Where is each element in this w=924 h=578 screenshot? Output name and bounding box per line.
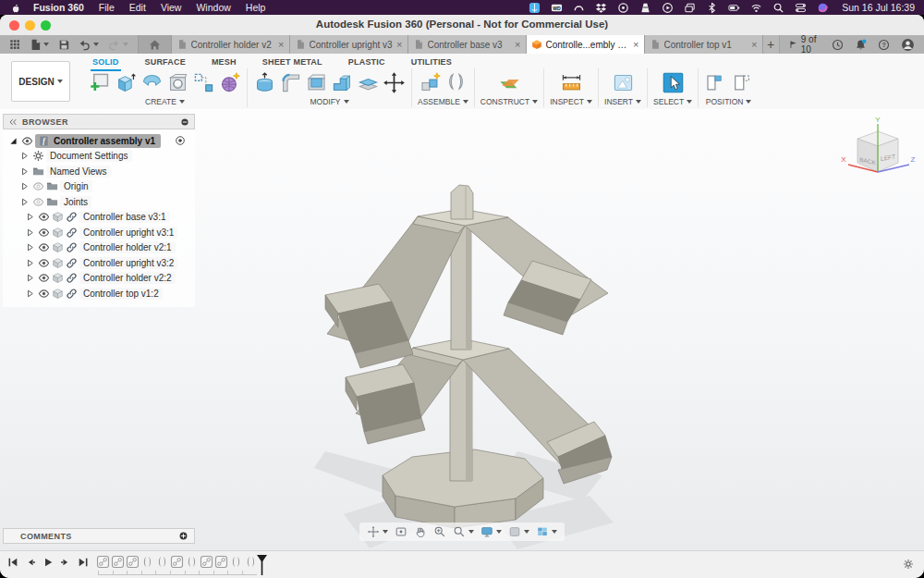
menu-edit[interactable]: Edit [129,2,146,13]
app-grid-button[interactable] [6,35,24,54]
browser-row[interactable]: fController assembly v1 [3,133,195,149]
shell-icon[interactable] [305,71,328,94]
step-back-icon[interactable] [25,557,36,568]
step-forward-icon[interactable] [60,557,71,568]
orbit-button[interactable] [367,525,388,538]
close-tab-icon[interactable]: × [396,39,402,50]
ribbon-group-label[interactable]: INSERT [604,97,641,106]
close-tab-icon[interactable]: × [515,39,520,50]
browser-row[interactable]: Controller base v3:1 [3,210,195,226]
apple-menu-icon[interactable] [9,2,20,13]
timeline-joint-feature[interactable] [140,555,154,569]
panel-options-icon[interactable] [180,117,189,127]
menu-window[interactable]: Window [196,2,230,13]
app-menu-title[interactable]: Fusion 360 [33,2,84,13]
close-tab-icon[interactable]: × [278,39,284,50]
browser-row[interactable]: Controller holder v2:1 [3,240,195,256]
grid-display-button[interactable] [508,525,529,538]
pan-button[interactable] [414,525,427,538]
revolve-icon[interactable] [140,71,164,94]
comments-panel[interactable]: COMMENTS [3,528,195,544]
position-snapshot-icon[interactable] [730,71,753,94]
create-sketch-icon[interactable] [89,71,112,94]
ribbon-group-label[interactable]: ASSEMBLE [418,97,468,106]
timeline-joint-feature[interactable] [185,555,199,569]
timeline-joint-feature[interactable] [229,555,243,569]
home-view-button[interactable] [138,35,172,54]
joint-icon[interactable] [444,71,468,94]
new-design-button[interactable] [26,35,53,54]
help-icon[interactable]: ? [878,39,890,51]
play-icon[interactable] [43,557,54,568]
skip-start-icon[interactable] [7,557,18,568]
move-icon[interactable] [383,71,406,94]
redo-button[interactable] [104,35,132,54]
browser-row[interactable]: Origin [3,179,195,195]
new-component-icon[interactable] [419,71,442,94]
document-tab[interactable]: Controlle...embly v1*× [527,35,645,54]
combine-icon[interactable] [331,71,354,94]
viewports-button[interactable] [536,525,557,538]
ribbon-group-label[interactable]: CREATE [145,97,185,106]
ribbon-group-label[interactable]: POSITION [706,97,752,106]
document-tab[interactable]: Controller top v1× [645,35,763,54]
ribbon-group-label[interactable]: MODIFY [310,97,348,106]
save-button[interactable] [55,35,73,54]
zoom-button[interactable] [433,525,446,538]
fit-button[interactable] [453,525,474,538]
extrude-icon[interactable] [115,71,138,94]
insert-canvas-icon[interactable] [612,71,635,94]
browser-row[interactable]: Controller upright v3:1 [3,225,195,240]
ribbon-group-label[interactable]: INSPECT [550,97,592,106]
expand-comments-icon[interactable] [178,531,188,541]
timeline-component-feature[interactable] [214,555,228,569]
notifications-bell-icon[interactable] [855,39,867,51]
ribbon-group-label[interactable]: CONSTRUCT [480,97,538,106]
split-icon[interactable] [357,71,380,94]
browser-row[interactable]: Joints [3,194,195,210]
hole-icon[interactable] [166,71,189,94]
view-cube[interactable]: Y X Z BACK LEFT [839,117,917,189]
browser-row[interactable]: Document Settings [3,149,195,165]
timeline-joint-feature[interactable] [155,555,169,569]
menubar-clock[interactable]: Sun 16 Jul 16:39 [842,2,915,13]
timeline-component-feature[interactable] [111,555,125,569]
press-pull-icon[interactable] [253,71,276,94]
menu-view[interactable]: View [161,2,182,13]
timeline-component-feature[interactable] [96,555,110,569]
construct-plane-icon[interactable] [498,71,521,94]
job-status-icon[interactable] [832,39,844,51]
timeline-component-feature[interactable] [126,555,140,569]
job-status-counter[interactable]: 9 of 10 [780,35,832,54]
timeline-component-feature[interactable] [170,555,184,569]
menu-help[interactable]: Help [246,2,266,13]
selected-node[interactable]: fController assembly v1 [35,134,161,148]
timeline-component-feature[interactable] [200,555,213,569]
new-tab-button[interactable]: + [763,35,780,54]
form-icon[interactable] [218,71,241,94]
position-icon[interactable] [704,71,727,94]
timeline-settings-gear-icon[interactable] [903,559,914,570]
menu-file[interactable]: File [99,2,115,13]
select-icon[interactable] [662,71,685,94]
document-tab[interactable]: Controller holder v2× [172,35,290,54]
document-tab[interactable]: Controller base v3× [408,35,527,54]
workspace-selector[interactable]: DESIGN [11,61,70,102]
fillet-icon[interactable] [279,71,302,94]
close-tab-icon[interactable]: × [633,39,638,50]
browser-row[interactable]: Controller upright v3:2 [3,255,195,271]
close-tab-icon[interactable]: × [751,39,757,50]
timeline-position-marker[interactable] [256,554,268,576]
collapse-panel-icon[interactable] [8,117,18,127]
pattern-icon[interactable] [192,71,215,94]
browser-row[interactable]: Named Views [3,164,195,179]
browser-row[interactable]: Controller holder v2:2 [3,271,195,287]
look-at-button[interactable] [395,525,407,538]
document-tab[interactable]: Controller upright v3× [290,35,408,54]
ribbon-group-label[interactable]: SELECT [653,97,692,106]
measure-icon[interactable] [560,71,583,94]
3d-viewport[interactable]: Y X Z BACK LEFT BROWSER fController asse… [0,109,924,550]
undo-button[interactable] [75,35,103,54]
skip-end-icon[interactable] [78,557,89,568]
display-settings-button[interactable] [480,525,502,538]
